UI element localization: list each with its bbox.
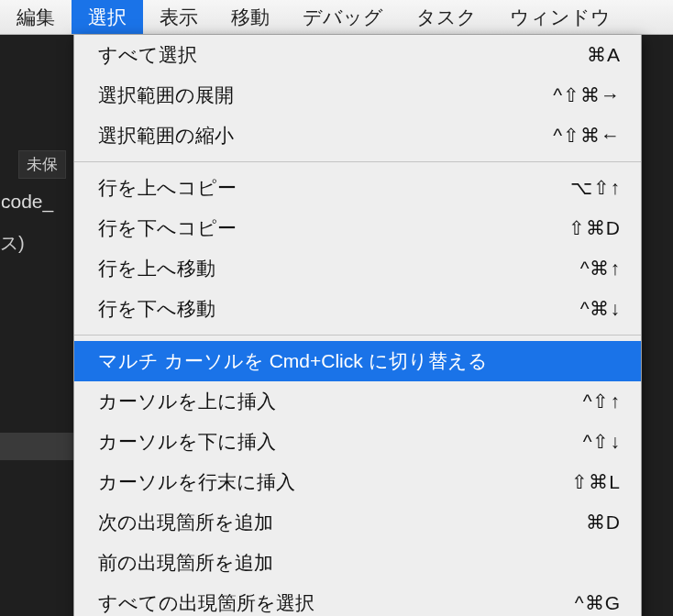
menu-shortcut: ^⌘↑ bbox=[580, 258, 621, 280]
menubar-tasks[interactable]: タスク bbox=[400, 0, 493, 34]
menu-add-prev-occurrence[interactable]: 前の出現箇所を追加 bbox=[74, 543, 641, 583]
menu-label: マルチ カーソルを Cmd+Click に切り替える bbox=[98, 348, 488, 374]
tab-unsaved-badge: 未保 bbox=[18, 150, 66, 179]
menu-label: 行を上へ移動 bbox=[98, 256, 215, 281]
menu-cursor-insert-above[interactable]: カーソルを上に挿入 ^⇧↑ bbox=[74, 381, 641, 422]
menubar-view[interactable]: 表示 bbox=[143, 0, 215, 34]
menu-select-all-occurrences[interactable]: すべての出現箇所を選択 ^⌘G bbox=[74, 583, 641, 616]
menubar: 編集 選択 表示 移動 デバッグ タスク ウィンドウ bbox=[0, 0, 673, 35]
menu-label: 行を上へコピー bbox=[98, 175, 237, 201]
menu-shortcut: ⌘D bbox=[586, 512, 621, 534]
menu-shortcut: ^⇧⌘→ bbox=[553, 84, 621, 106]
menu-label: 行を下へ移動 bbox=[98, 296, 215, 322]
file-label: code_ bbox=[0, 191, 53, 213]
menu-label: カーソルを下に挿入 bbox=[98, 429, 276, 455]
menu-label: カーソルを上に挿入 bbox=[98, 389, 276, 414]
menu-cursor-insert-line-end[interactable]: カーソルを行末に挿入 ⇧⌘L bbox=[74, 462, 641, 502]
menu-shrink-selection[interactable]: 選択範囲の縮小 ^⇧⌘← bbox=[74, 116, 641, 156]
menubar-edit[interactable]: 編集 bbox=[0, 0, 72, 34]
menu-shortcut: ⇧⌘L bbox=[571, 471, 621, 493]
menu-shortcut: ^⇧↑ bbox=[583, 390, 621, 412]
menubar-go[interactable]: 移動 bbox=[215, 0, 286, 34]
paren-label: ス) bbox=[0, 231, 25, 256]
menu-copy-line-down[interactable]: 行を下へコピー ⇧⌘D bbox=[74, 208, 641, 248]
menu-copy-line-up[interactable]: 行を上へコピー ⌥⇧↑ bbox=[74, 168, 641, 208]
menubar-window[interactable]: ウィンドウ bbox=[493, 0, 627, 34]
menu-label: すべて選択 bbox=[98, 42, 197, 68]
menu-select-all[interactable]: すべて選択 ⌘A bbox=[74, 35, 641, 75]
menu-label: すべての出現箇所を選択 bbox=[98, 590, 314, 616]
menu-label: 前の出現箇所を追加 bbox=[98, 550, 273, 576]
menu-shortcut: ⌥⇧↑ bbox=[570, 177, 622, 199]
menu-shortcut: ^⇧⌘← bbox=[553, 125, 621, 147]
menubar-select[interactable]: 選択 bbox=[72, 0, 143, 34]
menu-shortcut: ⌘A bbox=[587, 44, 621, 66]
menu-label: 次の出現箇所を追加 bbox=[98, 510, 273, 535]
menu-cursor-insert-below[interactable]: カーソルを下に挿入 ^⇧↓ bbox=[74, 422, 641, 462]
menu-add-next-occurrence[interactable]: 次の出現箇所を追加 ⌘D bbox=[74, 502, 641, 543]
menu-label: カーソルを行末に挿入 bbox=[98, 469, 295, 495]
menu-label: 行を下へコピー bbox=[98, 215, 237, 241]
menu-label: 選択範囲の縮小 bbox=[98, 123, 234, 148]
menu-shortcut: ^⌘G bbox=[575, 592, 621, 614]
menu-shortcut: ^⌘↓ bbox=[580, 298, 621, 320]
menubar-debug[interactable]: デバッグ bbox=[286, 0, 400, 34]
menu-shortcut: ^⇧↓ bbox=[583, 431, 621, 453]
menu-expand-selection[interactable]: 選択範囲の展開 ^⇧⌘→ bbox=[74, 75, 641, 116]
menu-label: 選択範囲の展開 bbox=[98, 82, 234, 108]
menu-separator bbox=[74, 161, 641, 162]
menu-multicursor-toggle[interactable]: マルチ カーソルを Cmd+Click に切り替える bbox=[74, 341, 641, 381]
menu-move-line-up[interactable]: 行を上へ移動 ^⌘↑ bbox=[74, 248, 641, 289]
menu-shortcut: ⇧⌘D bbox=[568, 217, 621, 239]
menu-move-line-down[interactable]: 行を下へ移動 ^⌘↓ bbox=[74, 289, 641, 329]
editor-line-highlight bbox=[0, 433, 73, 460]
menu-separator bbox=[74, 335, 641, 336]
select-menu-dropdown: すべて選択 ⌘A 選択範囲の展開 ^⇧⌘→ 選択範囲の縮小 ^⇧⌘← 行を上へコ… bbox=[73, 35, 642, 616]
tab-area: 未保 code_ ス) bbox=[0, 150, 73, 233]
